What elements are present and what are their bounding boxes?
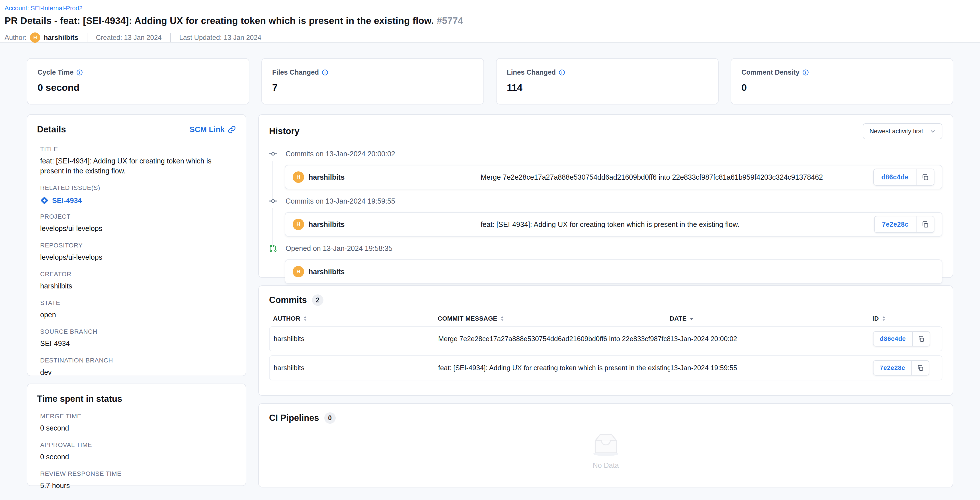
issue-icon (40, 196, 49, 205)
detail-label: STATE (40, 299, 236, 307)
metric-value: 0 second (38, 82, 249, 93)
commit-table-row: harshilbits feat: [SEI-4934]: Adding UX … (269, 355, 942, 381)
detail-value: feat: [SEI-4934]: Adding UX for creating… (40, 156, 236, 176)
column-header-author[interactable]: AUTHOR (269, 315, 438, 322)
pr-number: #5774 (437, 15, 463, 26)
detail-field-related-issues: RELATED ISSUE(S) SEI-4934 (40, 184, 236, 205)
commit-message: feat: [SEI-4934]: Adding UX for creating… (480, 220, 874, 229)
column-header-id[interactable]: ID (872, 315, 942, 322)
timeline-item-opened: Opened on 13-Jan-2024 19:58:35 H harshil… (266, 244, 942, 284)
author-name: harshilbits (44, 33, 78, 41)
detail-label: TITLE (40, 145, 236, 153)
info-icon[interactable] (322, 69, 328, 76)
copy-icon[interactable] (916, 217, 934, 232)
detail-value: levelops/ui-levelops (40, 252, 236, 262)
field-review-response-time: REVIEW RESPONSE TIME 5.7 hours (40, 470, 236, 490)
timeline-label: Commits on 13-Jan-2024 20:00:02 (286, 150, 395, 158)
copy-icon[interactable] (912, 361, 929, 375)
created-date: Created: 13 Jan 2024 (96, 33, 162, 41)
commit-hash-chip: 7e2e28c (873, 360, 929, 376)
sort-desc-icon (689, 317, 694, 321)
detail-value: SEI-4934 (40, 339, 236, 349)
metric-value: 0 (741, 82, 953, 93)
commit-message-cell: Merge 7e2e28ce17a27a888e530754dd6ad21609… (438, 335, 670, 343)
details-panel: Details SCM Link TITLE feat: [SEI-4934]:… (27, 114, 246, 376)
detail-label: PROJECT (40, 213, 236, 220)
author-row: Author: H harshilbits Created: 13 Jan 20… (5, 32, 980, 43)
copy-icon[interactable] (916, 169, 934, 185)
metrics-row: Cycle Time 0 second Files Changed 7 Line… (27, 58, 953, 105)
detail-field-creator: CREATOR harshilbits (40, 271, 236, 291)
timeline-item-commit-2: Commits on 13-Jan-2024 19:59:55 H harshi… (266, 197, 942, 237)
column-label: DATE (670, 315, 686, 322)
column-header-date[interactable]: DATE (670, 315, 872, 322)
metric-label: Comment Density (741, 68, 800, 76)
commit-message: Merge 7e2e28ce17a27a888e530754dd6ad21609… (480, 173, 873, 182)
detail-label: CREATOR (40, 271, 236, 278)
detail-value: levelops/ui-levelops (40, 223, 236, 234)
info-icon[interactable] (76, 69, 83, 76)
metric-label: Files Changed (272, 68, 319, 76)
detail-value: open (40, 310, 236, 320)
commit-hash-link[interactable]: 7e2e28c (875, 217, 916, 232)
related-issue-link[interactable]: SEI-4934 (40, 196, 236, 205)
commit-hash-link[interactable]: 7e2e28c (873, 361, 912, 375)
time-in-status-panel: Time spent in status MERGE TIME 0 second… (27, 384, 246, 486)
page-title: PR Details - feat: [SEI-4934]: Adding UX… (5, 15, 980, 26)
detail-value: dev (40, 367, 236, 377)
detail-field-state: STATE open (40, 299, 236, 320)
ci-empty-state: No Data (269, 430, 942, 470)
detail-field-destination-branch: DESTINATION BRANCH dev (40, 357, 236, 377)
details-heading: Details (37, 124, 66, 135)
timeline-label: Commits on 13-Jan-2024 19:59:55 (286, 197, 395, 205)
ci-pipelines-count-badge: 0 (324, 412, 336, 424)
commit-author-cell: harshilbits (270, 335, 438, 343)
detail-label: MERGE TIME (40, 412, 236, 420)
timeline-label: Opened on 13-Jan-2024 19:58:35 (286, 244, 392, 253)
field-commit-to-pr-time: COMMIT TO PR CREATION TIME 1.3 minute (40, 499, 236, 500)
commit-id-cell: 7e2e28c (873, 360, 942, 376)
timeline-item-commit-1: Commits on 13-Jan-2024 20:00:02 H harshi… (266, 150, 942, 189)
divider (170, 33, 171, 42)
history-commit-card: H harshilbits feat: [SEI-4934]: Adding U… (285, 212, 942, 237)
related-issue-key: SEI-4934 (52, 196, 82, 205)
column-label: ID (872, 315, 879, 322)
commit-hash-link[interactable]: d86c4de (874, 169, 916, 185)
detail-value: harshilbits (40, 281, 236, 291)
page-header: Account: SEI-Internal-Prod2 PR Details -… (0, 0, 980, 43)
avatar: H (293, 266, 304, 277)
avatar: H (293, 171, 304, 183)
ci-pipelines-panel: CI Pipelines 0 No Data (258, 403, 953, 487)
detail-field-project: PROJECT levelops/ui-levelops (40, 213, 236, 234)
metric-card-files-changed: Files Changed 7 (261, 58, 484, 105)
metric-label: Cycle Time (38, 68, 73, 76)
chevron-down-icon (930, 128, 935, 134)
scm-link[interactable]: SCM Link (189, 125, 236, 134)
commit-icon (266, 197, 280, 205)
copy-icon[interactable] (912, 332, 930, 346)
field-approval-time: APPROVAL TIME 0 second (40, 441, 236, 462)
commit-hash-link[interactable]: d86c4de (873, 332, 912, 346)
commit-date-cell: 13-Jan-2024 19:59:55 (670, 364, 873, 372)
detail-label: COMMIT TO PR CREATION TIME (40, 499, 236, 500)
info-icon[interactable] (802, 69, 809, 76)
author-avatar: H (30, 32, 40, 43)
column-header-commit-message[interactable]: COMMIT MESSAGE (438, 315, 670, 322)
commit-id-cell: d86c4de (873, 331, 942, 347)
sort-icon (303, 315, 307, 322)
detail-value: 0 second (40, 452, 236, 462)
commit-icon (266, 150, 280, 158)
left-column: Details SCM Link TITLE feat: [SEI-4934]:… (27, 114, 246, 486)
sort-icon (882, 315, 886, 322)
commit-author: harshilbits (309, 173, 345, 182)
history-timeline: Commits on 13-Jan-2024 20:00:02 H harshi… (266, 150, 942, 284)
history-sort-dropdown[interactable]: Newest activity first (863, 123, 942, 139)
metric-card-comment-density: Comment Density 0 (730, 58, 953, 105)
detail-label: APPROVAL TIME (40, 441, 236, 449)
info-icon[interactable] (558, 69, 565, 76)
commits-table-header: AUTHOR COMMIT MESSAGE DATE ID (269, 315, 942, 322)
commit-hash-chip: 7e2e28c (874, 216, 934, 233)
account-link[interactable]: Account: SEI-Internal-Prod2 (5, 5, 83, 12)
metric-value: 114 (507, 82, 718, 93)
page-content: Cycle Time 0 second Files Changed 7 Line… (0, 43, 980, 500)
